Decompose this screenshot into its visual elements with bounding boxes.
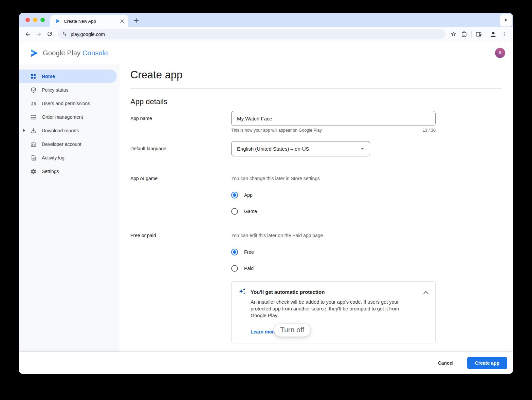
play-console-favicon [55,18,60,24]
protection-card-body: An installer check will be added to your… [251,299,413,319]
gear-icon [30,168,37,175]
download-icon [30,127,37,134]
sidebar-item-label: Users and permissions [42,101,90,106]
protection-card-title: You'll get automatic protection [251,289,325,295]
sidebar-item-label: Home [42,74,55,79]
credit-card-icon [30,114,37,120]
sidebar-item-label: Policy status [42,87,69,93]
url-bar[interactable]: play.google.com [58,29,445,39]
account-avatar[interactable] [495,48,505,58]
sidebar-item-label: Developer account [42,141,81,147]
sidebar-item-order-management[interactable]: Order management [19,110,117,124]
id-badge-icon [30,141,37,148]
url-text: play.google.com [71,32,105,37]
tab-title: Create New App [64,19,119,24]
sidebar: Home Policy status [19,64,120,352]
tab-close-icon[interactable] [119,18,125,24]
site-settings-icon[interactable] [62,31,68,37]
play-console-logo[interactable]: Google Play Console [30,49,108,58]
back-icon[interactable] [22,29,33,40]
automatic-protection-card: You'll get automatic protection An insta… [231,281,436,343]
shield-check-icon [30,87,37,93]
browser-menu-icon[interactable] [499,29,510,40]
divider [130,88,501,89]
chevron-down-icon [361,148,364,150]
forward-icon[interactable] [33,29,44,40]
default-language-select[interactable]: English (United States) – en-US [231,141,370,156]
radio-paid[interactable] [231,265,238,272]
default-language-label: Default language [130,146,166,151]
sidebar-item-label: Activity log [42,155,65,160]
window-controls [25,18,45,22]
free-or-paid-label: Free or paid [130,233,156,238]
free-or-paid-hint: You can edit this later on the Paid app … [231,233,323,238]
app-name-helper: This is how your app will appear on Goog… [231,128,322,133]
sidebar-item-policy-status[interactable]: Policy status [19,83,117,97]
app-name-char-counter: 13 / 30 [423,128,436,133]
profile-icon[interactable] [488,29,499,40]
sidebar-item-label: Download reports [42,128,79,133]
users-icon [30,100,37,107]
sidebar-item-users-permissions[interactable]: Users and permissions [19,97,117,110]
tab-strip: Create New App [19,13,513,27]
radio-free-selected[interactable] [231,249,238,255]
create-app-button[interactable]: Create app [467,357,507,369]
app-or-game-hint: You can change this later in Store setti… [231,176,320,181]
turn-off-button[interactable]: Turn off [274,324,310,337]
sidebar-item-download-reports[interactable]: Download reports [19,124,117,137]
extensions-icon[interactable] [459,29,470,40]
divider [130,349,437,349]
radio-app-selected[interactable] [231,192,238,198]
sidebar-item-label: Order management [42,114,83,120]
toolbar-divider [471,31,472,38]
console-header: Google Play Console [19,41,513,64]
radio-option-paid[interactable]: Paid [231,264,254,273]
sidebar-item-home[interactable]: Home [19,70,117,83]
expand-caret-icon[interactable] [23,129,25,132]
cancel-button[interactable]: Cancel [435,358,457,368]
footer-action-bar: Cancel Create app [19,352,513,374]
sidebar-item-label: Settings [42,169,59,174]
side-panel-search-icon[interactable] [473,29,484,40]
macos-close-button[interactable] [25,18,30,22]
browser-window: Create New App [19,13,513,374]
page-title: Create app [130,69,182,81]
macos-minimize-button[interactable] [33,18,37,22]
section-title: App details [130,97,167,106]
browser-tab[interactable]: Create New App [50,15,128,27]
toolbar-divider [486,31,486,38]
radio-app-label: App [244,192,253,198]
main-content: Create app App details App name This is … [120,64,513,352]
sidebar-item-developer-account[interactable]: Developer account [19,137,117,151]
home-grid-icon [30,73,37,80]
reload-icon[interactable] [44,29,55,40]
brand-google-play: Google Play [43,49,80,57]
sidebar-item-activity-log[interactable]: Activity log [19,151,117,165]
macos-zoom-button[interactable] [40,18,45,22]
radio-option-free[interactable]: Free [231,247,254,257]
brand-console: Console [82,49,108,57]
sidebar-item-settings[interactable]: Settings [19,165,117,178]
default-language-value: English (United States) – en-US [237,146,309,152]
radio-game-label: Game [244,209,257,214]
app-name-input[interactable] [231,111,436,126]
auto-awesome-icon [238,287,246,296]
new-tab-button[interactable] [132,17,140,24]
learn-more-link[interactable]: Learn more [251,329,276,335]
app-name-label: App name [130,116,152,121]
browser-toolbar: play.google.com [19,27,513,41]
chevron-up-icon[interactable] [422,288,430,297]
app-or-game-label: App or game [130,176,158,181]
radio-option-app[interactable]: App [231,190,253,200]
document-icon [30,154,37,161]
bookmark-star-icon[interactable] [448,29,459,40]
radio-free-label: Free [244,249,254,255]
radio-option-game[interactable]: Game [231,207,257,216]
radio-paid-label: Paid [244,266,254,271]
radio-game[interactable] [231,208,238,215]
sparkle-icon[interactable] [500,14,512,26]
